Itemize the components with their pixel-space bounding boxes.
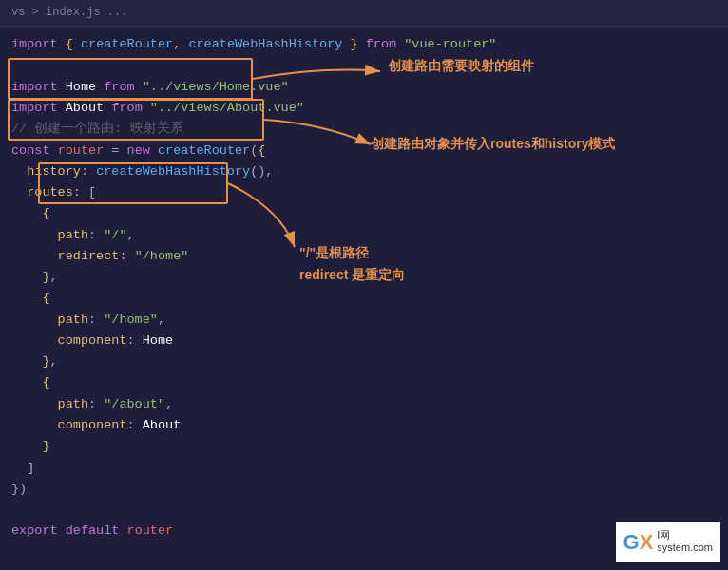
code-line-14: path: "/home",: [11, 310, 717, 331]
code-line-20: }: [11, 436, 717, 457]
code-line-17: {: [11, 372, 717, 393]
code-line-16: },: [11, 352, 717, 372]
annotation-redirect-1: "/"是根路径: [299, 242, 369, 263]
watermark-g: G: [623, 525, 640, 559]
code-line-3: import Home from "../views/Home.vue": [11, 77, 717, 98]
code-editor: vs > index.js ... import { createRouter,…: [0, 0, 728, 570]
code-line-23: [11, 500, 717, 521]
code-line-9: {: [11, 203, 717, 224]
annotation-import: 创建路由需要映射的组件: [388, 55, 534, 76]
code-line-24: export default router: [11, 521, 717, 542]
code-area: import { createRouter, createWebHashHist…: [0, 27, 728, 549]
code-line-22: }): [11, 479, 717, 500]
code-line-1: import { createRouter, createWebHashHist…: [11, 34, 717, 55]
watermark-site: I网 system.com: [657, 529, 713, 554]
code-line-13: {: [11, 288, 717, 309]
watermark-x: X: [640, 525, 654, 559]
watermark: G X I网 system.com: [616, 522, 721, 562]
code-line-15: component: Home: [11, 331, 717, 352]
annotation-router: 创建路由对象并传入routes和history模式: [371, 133, 615, 154]
tab-bar: vs > index.js ...: [0, 0, 728, 27]
code-line-4: import About from "../views/About.vue": [11, 98, 717, 119]
code-line-8: routes: [: [11, 182, 717, 203]
annotation-redirect-2: redirect 是重定向: [299, 264, 405, 285]
code-line-2: [11, 55, 717, 76]
code-line-19: component: About: [11, 415, 717, 436]
code-line-21: ]: [11, 458, 717, 479]
code-line-7: history: createWebHashHistory(),: [11, 162, 717, 182]
code-line-18: path: "/about",: [11, 394, 717, 415]
tab-label: vs > index.js ...: [11, 6, 127, 19]
